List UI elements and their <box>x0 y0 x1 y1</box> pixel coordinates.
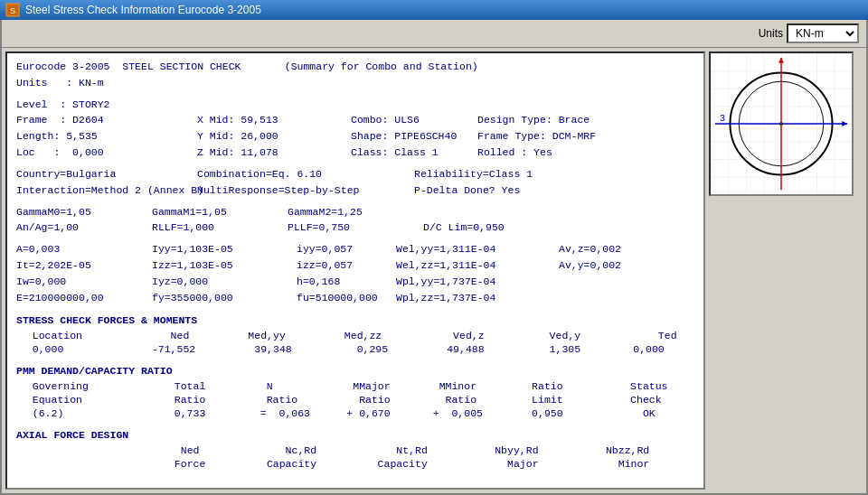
pmm-col-mmajorratio: Ratio <box>336 393 422 406</box>
stress-check-title: STRESS CHECK FORCES & MOMENTS <box>16 313 694 329</box>
pmm-col-total: Total <box>139 379 250 393</box>
pmm-col-mminorratio: Ratio <box>423 393 510 406</box>
pmm-mmajor-ratio: + 0,670 <box>336 406 422 420</box>
axial-major: Major <box>473 457 584 471</box>
pmm-ratio-limit: 0,950 <box>509 406 608 420</box>
pmm-col-n: N <box>250 379 337 393</box>
svg-point-11 <box>779 122 783 126</box>
pmm-equation: (6.2) <box>16 406 139 420</box>
pmm-col-totalratio: Ratio <box>139 393 250 406</box>
axial-col-blank <box>16 457 139 471</box>
diagram-svg: 3 <box>711 51 852 196</box>
pmm-col-ratiolimit: Limit <box>509 393 608 406</box>
axial-force-title: AXIAL FORCE DESIGN <box>16 427 694 444</box>
app-icon: S <box>5 3 20 17</box>
pmm-col-governing: Governing <box>16 379 139 393</box>
stress-check-row: 0,000 -71,552 39,348 0,295 49,488 1,305 … <box>16 342 694 356</box>
cell-vedy: 1,305 <box>508 342 604 356</box>
section-props-line4: E=210000000,00 fy=355000,000 fu=510000,0… <box>16 290 694 306</box>
section-diagram: 3 <box>709 51 854 196</box>
title-text: Steel Stress Check Information Eurocode … <box>25 4 261 16</box>
pmm-header-row1: Governing Total N MMajor MMinor Ratio St… <box>16 379 694 393</box>
col-medyy: Med,yy <box>220 329 316 342</box>
gamma-line1: GammaM0=1,05 GammaM1=1,05 GammaM2=1,25 <box>16 204 694 220</box>
main-window: Units KN-m Eurocode 3-2005 STEEL SECTION… <box>0 20 868 495</box>
pmm-col-ratio: Ratio <box>509 379 608 393</box>
cell-vedz: 49,488 <box>412 342 508 356</box>
svg-text:S: S <box>10 6 15 15</box>
pmm-status-ok: OK <box>608 406 694 420</box>
data-panel: Eurocode 3-2005 STEEL SECTION CHECK (Sum… <box>5 51 705 490</box>
stress-check-table: Location Ned Med,yy Med,zz Ved,z Ved,y T… <box>16 329 694 356</box>
loc-line: Loc : 0,000 Z Mid: 11,078 Class: Class 1… <box>16 145 694 161</box>
axial-capacity2: Capacity <box>362 457 473 471</box>
axial-force-lbl: Force <box>139 457 250 471</box>
frame-line: Frame : D2604 X Mid: 59,513 Combo: ULS6 … <box>16 112 694 128</box>
title-bar: S Steel Stress Check Information Eurocod… <box>0 0 868 20</box>
cell-ned: -71,552 <box>123 342 219 356</box>
col-vedz: Ved,z <box>412 329 508 342</box>
axial-col-minor: Nbzz,Rd <box>583 444 694 457</box>
section-props-line2: It=2,202E-05 Izz=1,103E-05 izz=0,057 Wel… <box>16 257 694 274</box>
pmm-col-equation: Equation <box>16 393 139 406</box>
design-params-line1: Country=Bulgaria Combination=Eq. 6.10 Re… <box>16 166 694 182</box>
cell-location: 0,000 <box>16 342 123 356</box>
col-vedy: Ved,y <box>508 329 604 342</box>
col-ned: Ned <box>123 329 219 342</box>
design-params-line2: Interaction=Method 2 (Annex B) MultiResp… <box>16 182 694 199</box>
header-line1: Eurocode 3-2005 STEEL SECTION CHECK (Sum… <box>16 59 694 75</box>
svg-text:3: 3 <box>720 113 725 124</box>
pmm-mminor-ratio: + 0,005 <box>423 406 510 420</box>
cell-ted: 0,000 <box>605 342 694 356</box>
right-panel: 3 <box>709 51 863 490</box>
axial-col-ncrd: Ned <box>139 444 250 457</box>
content-area: Eurocode 3-2005 STEEL SECTION CHECK (Sum… <box>2 48 866 493</box>
pmm-table: Governing Total N MMajor MMinor Ratio St… <box>16 379 694 420</box>
pmm-title: PMM DEMAND/CAPACITY RATIO <box>16 363 694 379</box>
axial-header-row1: Ned Nc,Rd Nt,Rd Nbyy,Rd Nbzz,Rd <box>16 444 694 457</box>
axial-minor: Minor <box>583 457 694 471</box>
section-props-line1: A=0,003 Iyy=1,103E-05 iyy=0,057 Wel,yy=1… <box>16 241 694 257</box>
gamma-line2: An/Ag=1,00 RLLF=1,000 PLLF=0,750 D/C Lim… <box>16 219 694 236</box>
pmm-col-statuscheck: Check <box>608 393 694 406</box>
units-select[interactable]: KN-m <box>787 23 859 43</box>
axial-table: Ned Nc,Rd Nt,Rd Nbyy,Rd Nbzz,Rd Force Ca… <box>16 444 694 471</box>
axial-capacity1: Capacity <box>250 457 362 471</box>
axial-col-ntrd: Nc,Rd <box>250 444 362 457</box>
pmm-col-nratio: Ratio <box>250 393 337 406</box>
pmm-header-row2: Equation Ratio Ratio Ratio Ratio Limit C… <box>16 393 694 406</box>
section-props-line3: Iw=0,000 Iyz=0,000 h=0,168 Wpl,yy=1,737E… <box>16 274 694 290</box>
pmm-col-mmajor: MMajor <box>336 379 422 393</box>
col-location: Location <box>16 329 123 342</box>
toolbar: Units KN-m <box>2 20 866 48</box>
header-line2: Units : KN-m <box>16 75 694 91</box>
cell-medzz: 0,295 <box>316 342 411 356</box>
pmm-col-status: Status <box>608 379 694 393</box>
pmm-total-ratio: 0,733 <box>139 406 250 420</box>
axial-col-nbyy: Nt,Rd <box>362 444 473 457</box>
pmm-data-row: (6.2) 0,733 = 0,063 + 0,670 + 0,005 0,95… <box>16 406 694 420</box>
axial-header-row2: Force Capacity Capacity Major Minor <box>16 457 694 471</box>
cell-medyy: 39,348 <box>220 342 316 356</box>
units-label: Units <box>759 27 783 40</box>
axial-col-ned <box>16 444 139 457</box>
pmm-eq-sign: = 0,063 <box>250 406 337 420</box>
length-line: Length: 5,535 Y Mid: 26,000 Shape: PIPE6… <box>16 128 694 145</box>
level-info: Level : STORY2 <box>16 97 694 113</box>
pmm-col-mminor: MMinor <box>423 379 510 393</box>
col-medzz: Med,zz <box>316 329 411 342</box>
axial-col-nbzz: Nbyy,Rd <box>473 444 584 457</box>
stress-check-header: Location Ned Med,yy Med,zz Ved,z Ved,y T… <box>16 329 694 342</box>
col-ted: Ted <box>605 329 694 342</box>
